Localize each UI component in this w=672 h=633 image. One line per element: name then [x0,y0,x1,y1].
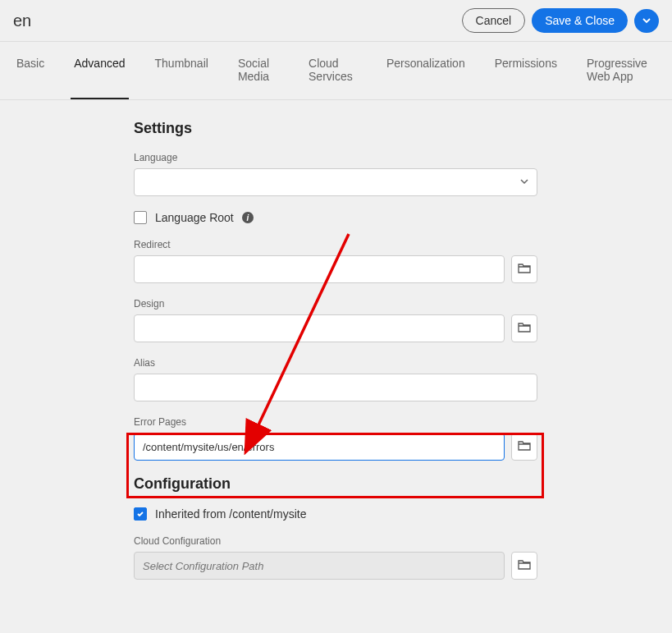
save-more-button[interactable] [634,9,659,33]
inherited-label: Inherited from /content/mysite [155,507,306,521]
error-pages-label: Error Pages [134,416,672,428]
cloud-config-label: Cloud Configuration [134,535,672,547]
header-actions: Cancel Save & Close [462,8,659,33]
inherited-checkbox[interactable] [134,507,147,521]
language-root-label: Language Root [155,211,234,224]
tab-permissions[interactable]: Permissions [491,42,560,99]
error-pages-input[interactable] [134,433,505,461]
error-pages-browse-button[interactable] [511,433,537,461]
redirect-label: Redirect [134,239,672,250]
folder-icon [518,263,531,277]
page-title: en [13,11,31,30]
language-label: Language [134,152,672,163]
content: Settings Language Language Root i Redire… [0,100,672,580]
chevron-down-icon [642,15,651,27]
cancel-button[interactable]: Cancel [462,8,526,33]
tab-advanced[interactable]: Advanced [71,42,128,99]
settings-title: Settings [134,120,672,137]
design-label: Design [134,298,672,310]
tab-social-media[interactable]: Social Media [235,42,282,99]
alias-input[interactable] [134,374,537,401]
design-input[interactable] [134,314,505,342]
tab-cloud-services[interactable]: Cloud Services [305,42,360,99]
folder-icon [518,440,531,454]
language-select[interactable] [134,168,537,196]
configuration-title: Configuration [134,475,672,493]
tabs: Basic Advanced Thumbnail Social Media Cl… [0,42,672,100]
design-browse-button[interactable] [511,314,537,342]
tab-basic[interactable]: Basic [13,42,48,99]
language-root-checkbox[interactable] [134,211,147,224]
tab-thumbnail[interactable]: Thumbnail [152,42,212,99]
tab-personalization[interactable]: Personalization [383,42,469,99]
save-close-button[interactable]: Save & Close [532,8,628,33]
folder-icon [518,322,531,336]
alias-label: Alias [134,357,672,369]
folder-icon [518,559,531,573]
cloud-config-browse-button[interactable] [511,552,537,580]
redirect-input[interactable] [134,255,505,283]
tab-progressive-web-app[interactable]: Progressive Web App [583,42,659,99]
redirect-browse-button[interactable] [511,255,537,283]
info-icon[interactable]: i [242,212,254,223]
cloud-config-input [134,552,505,580]
